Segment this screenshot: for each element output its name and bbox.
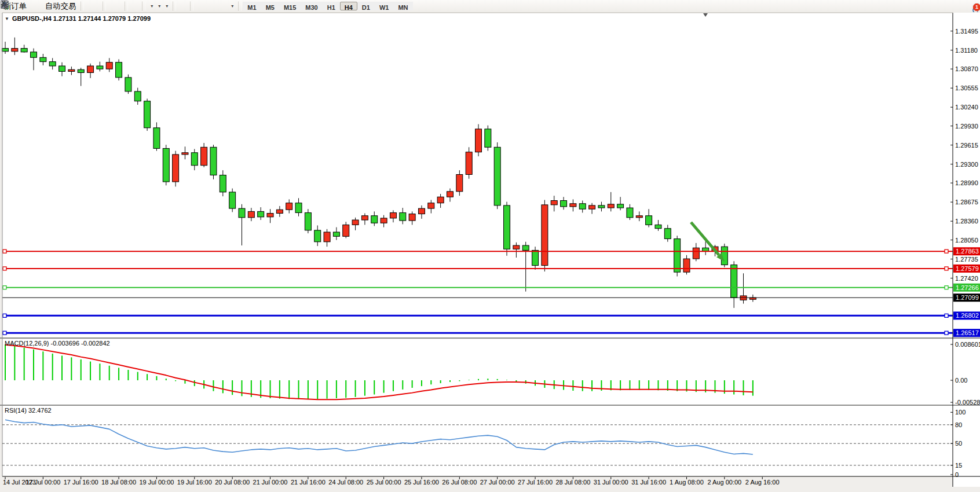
candle-body: [456, 174, 463, 191]
time-axis-label: 19 Jul 00:00: [139, 479, 174, 486]
line-handle[interactable]: [3, 331, 6, 335]
candle-body: [561, 201, 567, 207]
line-handle[interactable]: [945, 331, 948, 335]
candle-body: [428, 203, 434, 208]
price-tag-label: 1.27266: [956, 284, 979, 291]
candle-body: [21, 49, 27, 52]
candle-body: [87, 66, 94, 73]
candle-body: [12, 49, 18, 52]
line-handle[interactable]: [3, 314, 6, 317]
candle-body: [466, 152, 472, 175]
macd-pane[interactable]: [2, 339, 953, 405]
macd-axis-label: 0.00: [955, 377, 967, 384]
price-axis-label: 1.28050: [955, 237, 978, 244]
line-handle[interactable]: [3, 249, 6, 253]
candle-body: [116, 63, 122, 78]
candle-body: [598, 205, 605, 208]
time-axis-label: 27 Jul 00:00: [480, 479, 515, 486]
candle-body: [305, 212, 311, 230]
rsi-axis-label: 50: [955, 440, 962, 447]
rsi-pane[interactable]: [2, 406, 953, 476]
line-handle[interactable]: [945, 286, 948, 289]
macd-axis-label: 0.008601: [955, 341, 980, 348]
time-axis-label: 20 Jul 08:00: [215, 479, 250, 486]
price-axis-label: 1.27420: [955, 275, 978, 282]
candle-body: [267, 214, 273, 217]
time-axis-label: 25 Jul 16:00: [404, 479, 439, 486]
price-tag-label: 1.26802: [956, 312, 979, 319]
candle-body: [381, 218, 387, 223]
candle-body: [390, 212, 396, 218]
candle-body: [655, 225, 661, 228]
line-handle[interactable]: [3, 286, 6, 289]
time-axis-label: 28 Jul 08:00: [555, 479, 590, 486]
chevron-down-icon[interactable]: ▼: [5, 16, 9, 21]
line-handle[interactable]: [945, 267, 948, 270]
candle-body: [418, 208, 425, 214]
candle-body: [125, 78, 131, 91]
candle-body: [409, 214, 415, 221]
price-axis-label: 1.30555: [955, 85, 978, 91]
time-axis-label: 2 Aug 16:00: [745, 479, 780, 486]
candle-body: [693, 248, 699, 259]
candle-body: [201, 147, 207, 165]
chart-canvas[interactable]: 1.314951.311801.308701.305551.302401.299…: [0, 0, 980, 492]
line-handle[interactable]: [945, 249, 948, 253]
candle-body: [532, 250, 539, 265]
candle-body: [239, 208, 245, 218]
candle-body: [522, 245, 529, 250]
candle-body: [276, 210, 283, 213]
price-axis-label: 1.29615: [955, 142, 978, 149]
candle-body: [674, 239, 681, 273]
candle-body: [343, 225, 349, 236]
time-axis-label: 31 Jul 16:00: [631, 479, 666, 486]
line-handle[interactable]: [3, 267, 6, 270]
candle-body: [153, 128, 160, 149]
candle-body: [248, 211, 254, 217]
candle-body: [579, 204, 586, 209]
candle-body: [570, 204, 576, 207]
candle-body: [191, 153, 198, 166]
rsi-axis-label: 0: [955, 471, 959, 478]
time-axis-label: 25 Jul 00:00: [367, 479, 401, 486]
candle-body: [627, 208, 633, 218]
time-axis-label: 24 Jul 08:00: [328, 479, 363, 486]
candle-body: [210, 147, 217, 175]
price-axis-label: 1.31180: [955, 47, 978, 54]
candle-body: [229, 192, 236, 208]
candle-body: [476, 129, 482, 152]
candle-body: [59, 66, 65, 71]
candle-body: [182, 153, 188, 155]
chart-title-text: GBPUSD-,H4 1.27131 1.27144 1.27079 1.270…: [12, 15, 151, 22]
candle-body: [361, 216, 368, 220]
price-axis-label: 1.29300: [955, 161, 978, 168]
time-axis-label: 17 Jul 16:00: [64, 479, 98, 486]
price-axis-label: 1.28990: [955, 179, 978, 186]
price-axis-label: 1.27735: [955, 256, 978, 263]
candle-body: [683, 259, 690, 272]
time-axis-label: 31 Jul 00:00: [594, 479, 628, 486]
candle-body: [40, 57, 46, 61]
candle-body: [551, 201, 557, 205]
candle-body: [333, 232, 339, 236]
time-axis-label: 2 Aug 00:00: [707, 479, 741, 486]
price-pane[interactable]: [2, 13, 953, 338]
candle-body: [485, 129, 491, 147]
price-tag-label: 1.26517: [956, 329, 979, 336]
rsi-axis-label: 15: [955, 462, 962, 469]
candle-body: [646, 216, 652, 225]
candle-body: [31, 52, 37, 57]
chart-title: ▼ GBPUSD-,H4 1.27131 1.27144 1.27079 1.2…: [5, 15, 151, 22]
candle-body: [513, 245, 520, 249]
candle-body: [589, 205, 595, 209]
price-axis-label: 1.29930: [955, 123, 978, 130]
candle-body: [220, 175, 226, 192]
candle-body: [144, 101, 151, 128]
candle-body: [68, 69, 75, 71]
line-handle[interactable]: [945, 314, 948, 317]
mt4-window: 新订单自动交易▾▾▾EFAT▾M1M5M15M30H1H4D1W1MN1 1.3…: [0, 0, 980, 492]
price-axis-label: 1.30240: [955, 104, 978, 111]
candle-body: [636, 216, 642, 218]
candle-body: [315, 230, 321, 242]
candle-body: [447, 192, 453, 197]
